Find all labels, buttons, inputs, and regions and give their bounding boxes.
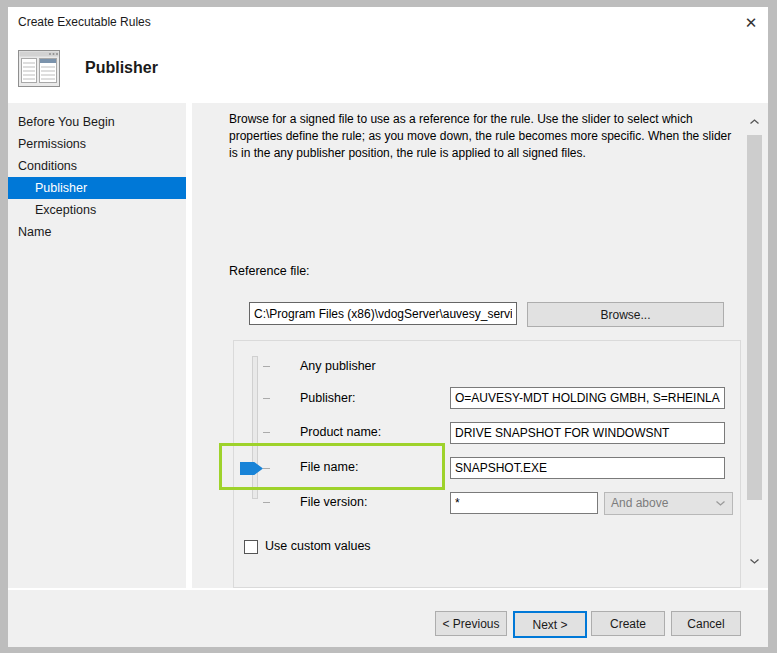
- cancel-button[interactable]: Cancel: [671, 611, 741, 636]
- scroll-down-icon: [750, 559, 759, 564]
- close-icon[interactable]: ✕: [740, 12, 762, 34]
- file-version-value-input[interactable]: [450, 492, 598, 514]
- page-title: Publisher: [85, 59, 158, 77]
- product-name-label: Product name:: [300, 425, 381, 439]
- sidebar-item-publisher[interactable]: Publisher: [8, 177, 186, 199]
- window-title: Create Executable Rules: [18, 15, 151, 29]
- wizard-steps-sidebar: Before You Begin Permissions Conditions …: [8, 103, 192, 596]
- create-executable-rules-dialog: Create Executable Rules ✕ Publisher Befo…: [8, 7, 768, 645]
- sidebar-item-permissions[interactable]: Permissions: [8, 133, 186, 155]
- wizard-window-icon: [18, 50, 60, 91]
- any-publisher-label: Any publisher: [300, 359, 376, 373]
- screenshot-frame: Create Executable Rules ✕ Publisher Befo…: [0, 0, 777, 653]
- browse-button[interactable]: Browse...: [527, 302, 724, 327]
- publisher-value-input[interactable]: [450, 387, 725, 409]
- use-custom-values-label: Use custom values: [265, 539, 371, 553]
- reference-file-label: Reference file:: [229, 264, 310, 278]
- product-name-value-input[interactable]: [450, 422, 725, 444]
- sidebar-item-exceptions[interactable]: Exceptions: [8, 199, 186, 221]
- slider-tick: [263, 366, 270, 367]
- slider-tick: [263, 398, 270, 399]
- file-name-value-input[interactable]: [450, 457, 725, 479]
- scroll-down-button[interactable]: [746, 550, 763, 567]
- file-version-label: File version:: [300, 495, 367, 509]
- publisher-label: Publisher:: [300, 391, 356, 405]
- chevron-down-icon: [716, 501, 725, 506]
- dialog-button-bar: < Previous Next > Create Cancel: [8, 588, 768, 647]
- sidebar-item-before-you-begin[interactable]: Before You Begin: [8, 111, 186, 133]
- scroll-up-button[interactable]: [746, 110, 763, 127]
- create-button[interactable]: Create: [591, 611, 665, 636]
- slider-tick: [263, 432, 270, 433]
- and-above-dropdown: And above: [604, 492, 733, 515]
- scrollbar-thumb[interactable]: [747, 135, 762, 500]
- sidebar-item-conditions[interactable]: Conditions: [8, 155, 186, 177]
- use-custom-values-checkbox[interactable]: [244, 540, 258, 554]
- file-name-highlight-annotation: [219, 443, 445, 490]
- and-above-dropdown-value: And above: [611, 496, 668, 510]
- vertical-scrollbar[interactable]: [746, 110, 763, 580]
- sidebar-item-name[interactable]: Name: [8, 221, 186, 243]
- step-description: Browse for a signed file to use as a ref…: [229, 111, 741, 162]
- slider-tick: [263, 502, 270, 503]
- reference-file-input[interactable]: [249, 302, 517, 325]
- next-button[interactable]: Next >: [513, 611, 587, 638]
- previous-button[interactable]: < Previous: [435, 611, 507, 636]
- publisher-step-content: Browse for a signed file to use as a ref…: [192, 103, 768, 588]
- scroll-up-icon: [750, 119, 759, 124]
